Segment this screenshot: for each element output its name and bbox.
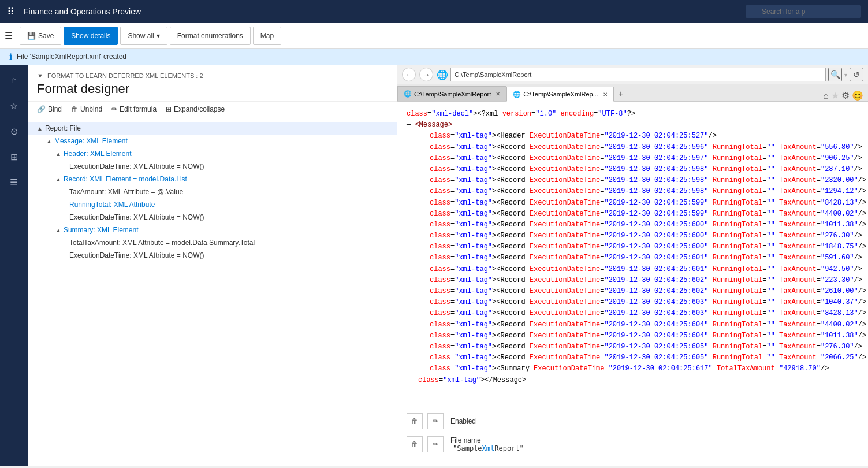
tree-text-2: Header: XML Element <box>64 150 132 158</box>
notification-bar: ℹ File 'SampleXmlReport.xml' created <box>0 49 868 65</box>
tree-item-exec-header[interactable]: ExecutionDateTime: XML Attribute = NOW() <box>28 160 397 173</box>
show-details-button[interactable]: Show details <box>64 27 118 45</box>
tree-text-7: ExecutionDateTime: XML Attribute = NOW() <box>69 213 204 221</box>
sidebar-icon-grid[interactable]: ⊞ <box>3 146 24 167</box>
tree-text-8: Summary: XML Element <box>64 226 139 234</box>
address-bar: 🌐 🔍 ▾ ↺ <box>437 68 863 81</box>
browser-tabs: 🌐 C:\Temp\SampleXmlReport ✕ 🌐 C:\Temp\Sa… <box>397 84 868 102</box>
save-disk-icon: 💾 <box>27 32 36 40</box>
property-row-filename: 🗑 ✏ File name "SampleXmlReport" <box>407 436 859 452</box>
filter-icon: ▼ <box>37 72 43 79</box>
tree-item-message[interactable]: ▲ Message: XML Element <box>28 135 397 147</box>
tab-close-1[interactable]: ✕ <box>496 91 500 97</box>
save-button[interactable]: 💾 Save <box>20 27 61 45</box>
emoji-icon[interactable]: 😊 <box>852 90 863 101</box>
forward-button[interactable]: → <box>419 68 433 81</box>
search-input[interactable] <box>746 5 861 18</box>
top-bar: ⠿ Finance and Operations Preview 🔍 <box>0 0 868 23</box>
edit-filename-button[interactable]: ✏ <box>427 436 444 452</box>
home-browser-icon[interactable]: ⌂ <box>823 91 829 101</box>
tree-text-9: TotalTaxAmount: XML Attribute = model.Da… <box>69 239 255 247</box>
new-tab-button[interactable]: + <box>614 87 628 101</box>
refresh-button[interactable]: ↺ <box>850 68 863 81</box>
browser-tab-2[interactable]: 🌐 C:\Temp\SampleXmlRep... ✕ <box>506 87 614 102</box>
tree-text-1: Message: XML Element <box>54 137 128 145</box>
tree-text-10: ExecutionDateTime: XML Attribute = NOW() <box>69 251 204 259</box>
delete-enabled-button[interactable]: 🗑 <box>407 413 423 429</box>
tab-close-2[interactable]: ✕ <box>603 91 608 98</box>
chevron-down-icon: ▾ <box>157 32 160 40</box>
expand-icon: ⊞ <box>166 105 172 113</box>
delete-icon: 🗑 <box>71 105 78 113</box>
bind-button[interactable]: 🔗 Bind <box>37 105 62 113</box>
tab-label-2: C:\Temp\SampleXmlRep... <box>523 91 598 98</box>
tree-arrow-1[interactable]: ▲ <box>46 138 52 144</box>
unbind-button[interactable]: 🗑 Unbind <box>71 105 102 113</box>
edit-formula-button[interactable]: ✏ Edit formula <box>111 105 157 113</box>
favorites-icon[interactable]: ★ <box>831 90 839 101</box>
tree-item-record[interactable]: ▲ Record: XML Element = model.Data.List <box>28 173 397 185</box>
designer-header: ▼ FORMAT TO LEARN DEFERRED XML ELEMENTS … <box>28 65 397 102</box>
edit-icon: ✏ <box>111 105 117 113</box>
expand-collapse-button[interactable]: ⊞ Expand/collapse <box>166 105 225 113</box>
app-title: Finance and Operations Preview <box>24 7 736 16</box>
tree-item-runningtotal[interactable]: RunningTotal: XML Attribute <box>28 198 397 211</box>
browser-tab-1[interactable]: 🌐 C:\Temp\SampleXmlReport ✕ <box>397 86 506 101</box>
hamburger-icon[interactable]: ☰ <box>5 30 13 41</box>
sidebar-icon-star[interactable]: ☆ <box>3 95 24 116</box>
sidebar-icon-clock[interactable]: ⊙ <box>3 121 24 142</box>
property-row-enabled: 🗑 ✏ Enabled <box>407 413 859 429</box>
designer-title: Format designer <box>37 81 388 96</box>
format-enumerations-button[interactable]: Format enumerations <box>170 27 251 45</box>
tree-arrow-8[interactable]: ▲ <box>55 227 61 233</box>
tree-text-0: Report: File <box>45 124 81 132</box>
tree-item-exec-summary[interactable]: ExecutionDateTime: XML Attribute = NOW() <box>28 249 397 262</box>
back-button[interactable]: ← <box>402 68 416 81</box>
tree-item-taxamount[interactable]: TaxAmount: XML Attribute = @.Value <box>28 185 397 198</box>
enabled-label: Enabled <box>450 417 476 425</box>
tree-text-5: TaxAmount: XML Attribute = @.Value <box>69 188 183 196</box>
tree-container: ▲ Report: File ▲ Message: XML Element ▲ … <box>28 117 397 466</box>
sidebar-icon-home[interactable]: ⌂ <box>3 70 24 91</box>
sidebar-icon-list[interactable]: ☰ <box>3 172 24 192</box>
format-label: ▼ FORMAT TO LEARN DEFERRED XML ELEMENTS … <box>37 72 388 79</box>
left-sidebar: ⌂ ☆ ⊙ ⊞ ☰ <box>0 65 28 466</box>
tree-item-header[interactable]: ▲ Header: XML Element <box>28 147 397 160</box>
tab-icon-1: 🌐 <box>404 90 412 98</box>
tree-text-3: ExecutionDateTime: XML Attribute = NOW() <box>69 162 204 170</box>
tree-text-6: RunningTotal: XML Attribute <box>69 200 155 209</box>
tree-arrow-0[interactable]: ▲ <box>37 125 43 132</box>
tree-arrow-2[interactable]: ▲ <box>55 151 61 157</box>
search-wrapper: 🔍 <box>746 5 861 18</box>
apps-icon[interactable]: ⠿ <box>7 5 14 18</box>
show-all-button[interactable]: Show all ▾ <box>120 27 167 45</box>
sub-toolbar: 🔗 Bind 🗑 Unbind ✏ Edit formula ⊞ Expand/… <box>28 102 397 117</box>
settings-icon[interactable]: ⚙ <box>841 90 850 101</box>
map-button[interactable]: Map <box>253 27 281 45</box>
browser-pane: ← → 🌐 🔍 ▾ ↺ 🌐 C:\Temp\SampleXmlReport ✕ … <box>397 65 868 466</box>
designer-panel: ▼ FORMAT TO LEARN DEFERRED XML ELEMENTS … <box>28 65 397 466</box>
filename-label: File name <box>450 436 481 444</box>
earth-icon: 🌐 <box>437 69 448 80</box>
tab-icon-2: 🌐 <box>513 91 521 98</box>
main-layout: ⌂ ☆ ⊙ ⊞ ☰ ▼ FORMAT TO LEARN DEFERRED XML… <box>0 65 868 466</box>
notification-message: File 'SampleXmlReport.xml' created <box>17 53 126 61</box>
xml-content: class="xml-decl"><?xml version="1.0" enc… <box>397 102 868 406</box>
tab-label-1: C:\Temp\SampleXmlReport <box>414 91 491 98</box>
tree-item-summary[interactable]: ▲ Summary: XML Element <box>28 224 397 236</box>
browser-chrome: ← → 🌐 🔍 ▾ ↺ <box>397 65 868 84</box>
address-search-icon[interactable]: 🔍 <box>828 68 842 81</box>
filename-xml-highlight: Xml <box>482 444 495 452</box>
info-icon: ℹ <box>9 52 12 61</box>
tree-arrow-4[interactable]: ▲ <box>55 176 61 183</box>
link-icon: 🔗 <box>37 105 46 113</box>
tree-item-report-file[interactable]: ▲ Report: File <box>28 122 397 135</box>
address-input[interactable] <box>450 68 826 81</box>
tree-item-exec-record[interactable]: ExecutionDateTime: XML Attribute = NOW() <box>28 211 397 224</box>
properties-panel: 🗑 ✏ Enabled 🗑 ✏ File name "SampleXmlRepo… <box>397 406 868 466</box>
filename-value: "SampleXmlReport" <box>453 444 524 452</box>
tree-item-totaltax[interactable]: TotalTaxAmount: XML Attribute = model.Da… <box>28 236 397 249</box>
tree-text-4: Record: XML Element = model.Data.List <box>64 175 187 183</box>
delete-filename-button[interactable]: 🗑 <box>407 436 423 452</box>
edit-enabled-button[interactable]: ✏ <box>427 413 444 429</box>
